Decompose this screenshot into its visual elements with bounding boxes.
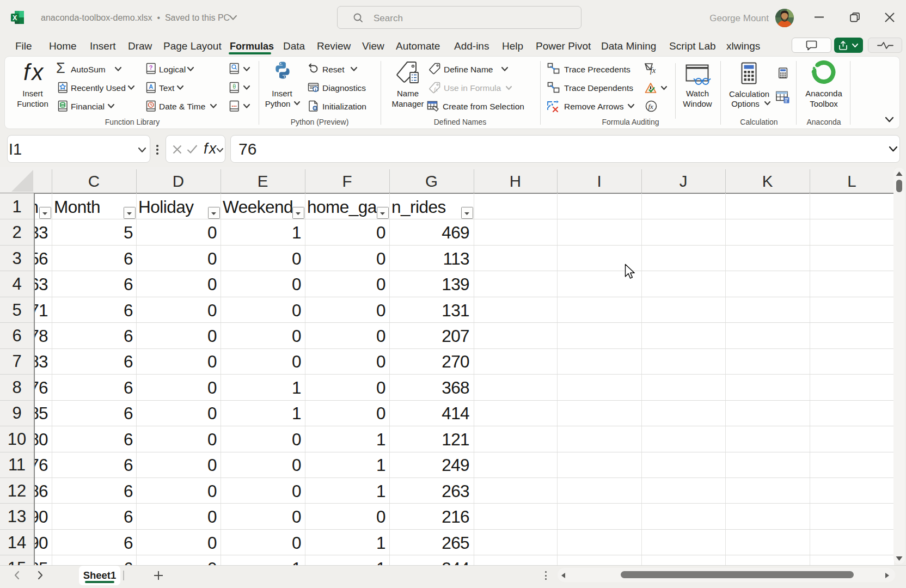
svg-text:fx: fx: [434, 87, 438, 93]
svg-text:fx: fx: [650, 66, 656, 75]
svg-text:X: X: [13, 14, 17, 22]
svg-text:?: ?: [149, 64, 153, 71]
svg-text:A: A: [149, 83, 153, 90]
